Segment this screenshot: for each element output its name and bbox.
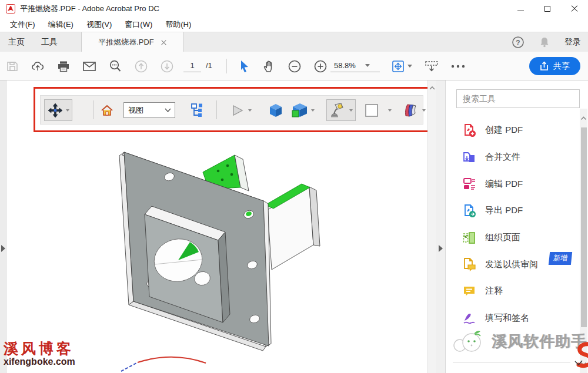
- 3d-projection-button[interactable]: [266, 99, 285, 121]
- share-button[interactable]: 共享: [529, 57, 580, 75]
- tab-document[interactable]: 平推燃烧器.PDF: [81, 32, 183, 52]
- page-down-icon: [160, 59, 174, 73]
- collapse-toolbar-icon: [424, 59, 439, 73]
- print-button[interactable]: [54, 56, 74, 76]
- menu-help[interactable]: 帮助(H): [159, 19, 198, 30]
- blog-url: xifengboke.com: [4, 357, 75, 367]
- 3d-render-mode-button[interactable]: [289, 99, 317, 121]
- render-mode-icon: [292, 103, 308, 118]
- close-button[interactable]: [561, 0, 588, 18]
- sidebar-item-create-pdf[interactable]: 创建 PDF: [446, 117, 578, 144]
- zoom-level-dropdown[interactable]: 58.8%: [330, 59, 380, 72]
- 3d-background-caret-icon: [388, 109, 392, 112]
- tab-bar: 主页 工具 平推燃烧器.PDF ? 登录: [0, 32, 588, 52]
- scroll-up-icon[interactable]: [428, 84, 436, 92]
- tools-sidebar: 创建 PDF 合并文件 编辑 PDF: [445, 80, 588, 373]
- tool-label: 组织页面: [485, 232, 520, 243]
- 3d-play-animation-button[interactable]: [228, 99, 255, 121]
- sidebar-item-export-pdf[interactable]: 导出 PDF: [446, 197, 578, 224]
- menu-window[interactable]: 窗口(W): [118, 19, 159, 30]
- tab-tools[interactable]: 工具: [41, 32, 58, 52]
- minimize-button[interactable]: [507, 0, 534, 18]
- menu-edit[interactable]: 编辑(E): [42, 19, 80, 30]
- 3d-model-tree-button[interactable]: [188, 99, 208, 121]
- toolbar-separator: [226, 59, 227, 73]
- sidebar-item-edit-pdf[interactable]: 编辑 PDF: [446, 170, 578, 197]
- minimize-icon: [517, 11, 524, 11]
- more-tools-button[interactable]: [448, 56, 468, 76]
- zoom-out-button[interactable]: [285, 56, 305, 76]
- search-tools-input[interactable]: [456, 89, 580, 108]
- previous-page-button[interactable]: [131, 56, 151, 76]
- 3d-lighting-button[interactable]: [326, 99, 356, 121]
- select-arrow-icon: [238, 59, 251, 73]
- 3d-cross-section-button[interactable]: [399, 99, 429, 121]
- fit-page-caret-icon: [407, 65, 412, 68]
- menu-view[interactable]: 视图(V): [80, 19, 118, 30]
- page-up-icon: [134, 59, 148, 73]
- 3d-views-chevron-icon: [165, 108, 171, 112]
- email-button[interactable]: [79, 56, 99, 76]
- next-page-button[interactable]: [157, 56, 177, 76]
- tab-home[interactable]: 主页: [8, 32, 25, 52]
- tool-label: 注释: [485, 285, 503, 297]
- edit-pdf-icon: [462, 177, 476, 191]
- 3d-toolbar: 视图: [40, 95, 423, 125]
- sidebar-scroll-up-icon[interactable]: [580, 115, 587, 122]
- upload-cloud-button[interactable]: [28, 56, 48, 76]
- zoom-caret-icon: [365, 64, 370, 67]
- sidebar-scroll-thumb[interactable]: [581, 127, 587, 327]
- create-pdf-icon: [462, 123, 476, 137]
- background-swatch-icon: [365, 103, 379, 117]
- collapse-toolbar-button[interactable]: [422, 56, 442, 76]
- notifications-bell-icon[interactable]: [539, 36, 550, 49]
- sidebar-item-organize-pages[interactable]: 组织页面: [446, 224, 578, 251]
- 3d-cross-section-caret-icon: [422, 109, 426, 112]
- page-number-input[interactable]: 1: [183, 59, 201, 72]
- tool-label: 创建 PDF: [485, 125, 523, 136]
- send-for-review-icon: [462, 257, 476, 271]
- hand-icon: [262, 59, 276, 73]
- hand-tool-button[interactable]: [259, 56, 279, 76]
- menu-bar: 文件(F) 编辑(E) 视图(V) 窗口(W) 帮助(H): [0, 18, 588, 32]
- model-tree-icon: [190, 103, 205, 118]
- fit-page-icon: [391, 59, 405, 73]
- export-pdf-icon: [462, 204, 476, 218]
- login-link[interactable]: 登录: [564, 37, 581, 48]
- main-toolbar: 1 /1 58.8%: [0, 52, 588, 80]
- upload-cloud-icon: [31, 60, 45, 73]
- blog-name: 溪风博客: [4, 341, 75, 357]
- menu-file[interactable]: 文件(F): [4, 19, 42, 30]
- left-panel-handle[interactable]: [1, 245, 5, 252]
- maximize-button[interactable]: [534, 0, 561, 18]
- sidebar-divider: [453, 362, 570, 362]
- help-icon[interactable]: ?: [512, 36, 524, 49]
- fit-page-button[interactable]: [388, 56, 415, 76]
- 3d-background-caret-button[interactable]: [385, 99, 395, 121]
- right-panel-handle[interactable]: [439, 245, 443, 252]
- page-count-label: /1: [206, 59, 212, 72]
- zoom-level-value: 58.8%: [334, 61, 356, 70]
- tab-close-icon[interactable]: [161, 40, 166, 45]
- 3d-default-view-button[interactable]: [98, 99, 116, 121]
- 3d-rotate-caret-icon: [66, 109, 69, 112]
- zoom-in-button[interactable]: [310, 56, 330, 76]
- share-icon: [540, 61, 549, 71]
- 3d-rotate-tool-button[interactable]: [44, 99, 72, 121]
- document-scrollbar[interactable]: [427, 80, 436, 373]
- 3d-rotate-icon: [48, 103, 63, 118]
- acrobat-window: 平推燃烧器.PDF - Adobe Acrobat Pro DC 文件(F) 编…: [0, 0, 588, 373]
- 3d-views-dropdown[interactable]: 视图: [123, 102, 175, 118]
- 3d-background-color-button[interactable]: [363, 99, 380, 121]
- sidebar-item-combine-files[interactable]: 合并文件: [446, 144, 578, 171]
- tool-label: 导出 PDF: [485, 205, 523, 216]
- share-label: 共享: [553, 61, 570, 72]
- assistant-logo-icon: [452, 328, 486, 355]
- sidebar-item-comment[interactable]: 注释: [446, 278, 578, 305]
- search-button[interactable]: [105, 56, 125, 76]
- save-button[interactable]: [2, 56, 22, 76]
- select-tool-button[interactable]: [235, 56, 255, 76]
- blog-watermark: 溪风博客 xifengboke.com: [4, 341, 75, 367]
- tab-document-label: 平推燃烧器.PDF: [98, 37, 154, 48]
- tool-label: 填写和签名: [485, 312, 529, 324]
